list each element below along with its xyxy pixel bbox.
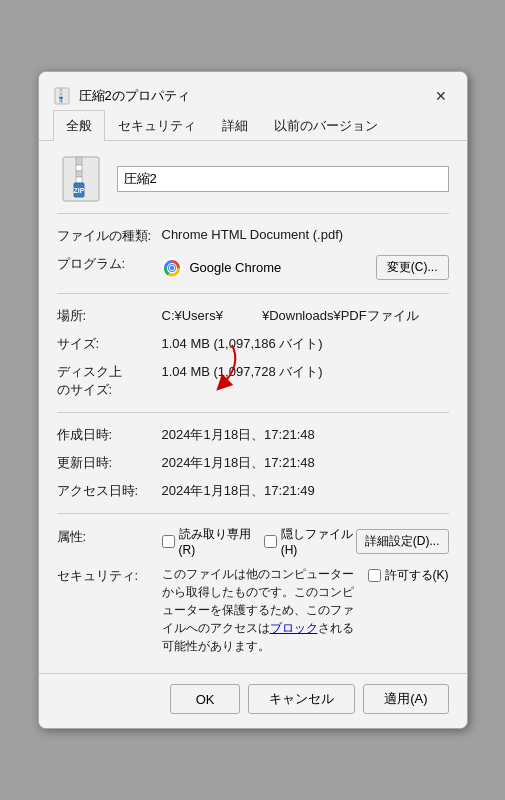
svg-rect-3 xyxy=(60,93,62,95)
size-section: サイズ: 1.04 MB (1,097,186 バイト) ディスク上 のサイズ:… xyxy=(57,330,449,404)
size-value: 1.04 MB (1,097,186 バイト) xyxy=(162,335,449,353)
size-label: サイズ: xyxy=(57,335,162,353)
location-label: 場所: xyxy=(57,307,162,325)
chrome-icon xyxy=(162,258,182,278)
created-row: 作成日時: 2024年1月18日、17:21:48 xyxy=(57,421,449,449)
divider-2 xyxy=(57,293,449,294)
readonly-label: 読み取り専用(R) xyxy=(179,526,254,557)
tab-security[interactable]: セキュリティ xyxy=(105,110,209,141)
content-area: ZIP ファイルの種類: Chrome HTML Document (.pdf)… xyxy=(39,141,467,673)
svg-text:ZIP: ZIP xyxy=(57,98,64,103)
size-row: サイズ: 1.04 MB (1,097,186 バイト) xyxy=(57,330,449,358)
disksize-row: ディスク上 のサイズ: 1.04 MB (1,097,728 バイト) xyxy=(57,358,449,404)
svg-text:ZIP: ZIP xyxy=(73,187,84,194)
tab-details[interactable]: 詳細 xyxy=(209,110,261,141)
properties-dialog: ZIP 圧縮2のプロパティ ✕ 全般 セキュリティ 詳細 以前のバージョン ZI… xyxy=(38,71,468,729)
file-icon: ZIP xyxy=(57,155,105,203)
allow-checkbox[interactable] xyxy=(368,569,381,582)
close-button[interactable]: ✕ xyxy=(429,84,453,108)
allow-label: 許可する(K) xyxy=(385,567,449,584)
hidden-checkbox[interactable] xyxy=(264,535,277,548)
svg-point-17 xyxy=(169,265,173,269)
block-text: ブロック xyxy=(270,621,318,635)
filename-row: ZIP xyxy=(57,155,449,203)
accessed-label: アクセス日時: xyxy=(57,482,162,500)
attributes-label: 属性: xyxy=(57,526,162,546)
program-label: プログラム: xyxy=(57,255,162,273)
program-row: プログラム: Google Chrome 変更(C)... xyxy=(57,250,449,285)
tab-general[interactable]: 全般 xyxy=(53,110,105,141)
svg-rect-11 xyxy=(76,177,82,183)
accessed-value: 2024年1月18日、17:21:49 xyxy=(162,482,449,500)
hidden-checkbox-label[interactable]: 隠しファイル(H) xyxy=(264,526,356,557)
divider-3 xyxy=(57,412,449,413)
title-bar-left: ZIP 圧縮2のプロパティ xyxy=(53,87,190,105)
readonly-checkbox[interactable] xyxy=(162,535,175,548)
svg-rect-9 xyxy=(76,165,82,171)
location-row: 場所: C:¥Users¥ ¥Downloads¥PDFファイル xyxy=(57,302,449,330)
program-row-inner: Google Chrome 変更(C)... xyxy=(162,255,449,280)
readonly-checkbox-label[interactable]: 読み取り専用(R) xyxy=(162,526,254,557)
svg-rect-8 xyxy=(76,157,82,165)
security-text: このファイルは他のコンピューターから取得したものです。このコンピューターを保護す… xyxy=(162,565,360,655)
filetype-value: Chrome HTML Document (.pdf) xyxy=(162,227,449,242)
divider-4 xyxy=(57,513,449,514)
modified-row: 更新日時: 2024年1月18日、17:21:48 xyxy=(57,449,449,477)
detail-settings-button[interactable]: 詳細設定(D)... xyxy=(356,529,449,554)
modified-label: 更新日時: xyxy=(57,454,162,472)
ok-button[interactable]: OK xyxy=(170,684,240,714)
tab-previous-versions[interactable]: 以前のバージョン xyxy=(261,110,391,141)
filename-input[interactable] xyxy=(117,166,449,192)
divider-1 xyxy=(57,213,449,214)
cancel-button[interactable]: キャンセル xyxy=(248,684,355,714)
filetype-row: ファイルの種類: Chrome HTML Document (.pdf) xyxy=(57,222,449,250)
created-label: 作成日時: xyxy=(57,426,162,444)
security-label: セキュリティ: xyxy=(57,565,162,585)
apply-button[interactable]: 適用(A) xyxy=(363,684,448,714)
change-button[interactable]: 変更(C)... xyxy=(376,255,449,280)
svg-rect-10 xyxy=(76,171,82,177)
checkboxes-area: 読み取り専用(R) 隠しファイル(H) xyxy=(162,526,356,557)
accessed-row: アクセス日時: 2024年1月18日、17:21:49 xyxy=(57,477,449,505)
security-row: セキュリティ: このファイルは他のコンピューターから取得したものです。このコンピ… xyxy=(57,561,449,659)
footer: OK キャンセル 適用(A) xyxy=(39,673,467,728)
disksize-label: ディスク上 のサイズ: xyxy=(57,363,162,399)
svg-rect-2 xyxy=(60,91,62,93)
tabs-bar: 全般 セキュリティ 詳細 以前のバージョン xyxy=(39,110,467,141)
title-icon: ZIP xyxy=(53,87,71,105)
attributes-row: 属性: 読み取り専用(R) 隠しファイル(H) 詳細設定(D)... xyxy=(57,522,449,561)
created-value: 2024年1月18日、17:21:48 xyxy=(162,426,449,444)
title-bar: ZIP 圧縮2のプロパティ ✕ xyxy=(39,72,467,110)
security-content: このファイルは他のコンピューターから取得したものです。このコンピューターを保護す… xyxy=(162,565,449,655)
svg-rect-1 xyxy=(60,88,62,91)
modified-value: 2024年1月18日、17:21:48 xyxy=(162,454,449,472)
location-value: C:¥Users¥ ¥Downloads¥PDFファイル xyxy=(162,307,449,325)
title-text: 圧縮2のプロパティ xyxy=(79,87,190,105)
allow-checkbox-label[interactable]: 許可する(K) xyxy=(368,565,449,584)
hidden-label: 隠しファイル(H) xyxy=(281,526,356,557)
filetype-label: ファイルの種類: xyxy=(57,227,162,245)
disksize-value: 1.04 MB (1,097,728 バイト) xyxy=(162,363,449,381)
program-name: Google Chrome xyxy=(190,260,282,275)
